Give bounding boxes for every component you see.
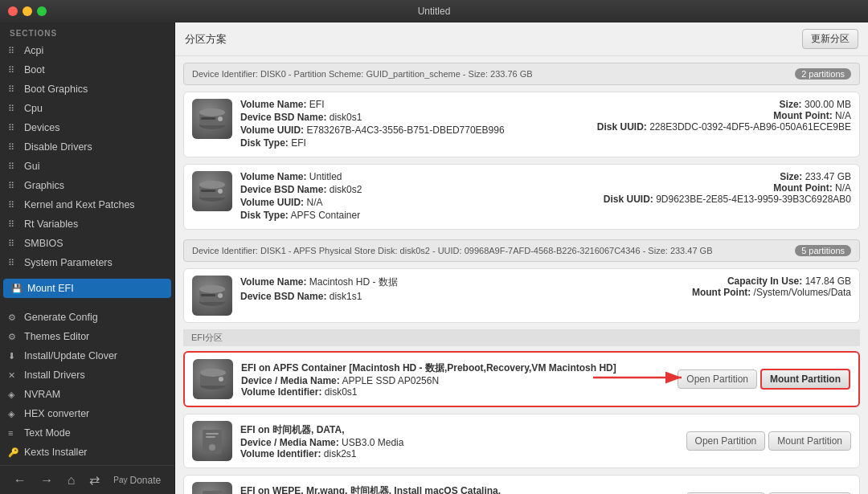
sections-label: SECTIONS [0, 22, 174, 41]
refresh-button[interactable]: 更新分区 [802, 29, 858, 49]
sidebar-bottom: ← → ⌂ ⇄ Pay Donate [0, 465, 174, 494]
svg-point-12 [199, 285, 225, 293]
volume-macintosh-hd: Volume Name: Macintosh HD - 数据 Device BS… [183, 268, 860, 323]
sidebar-item-graphics[interactable]: ⠿ Graphics [0, 176, 174, 195]
sidebar-item-smbios[interactable]: ⠿ SMBIOS [0, 234, 174, 253]
sidebar-item-cpu[interactable]: ⠿ Cpu [0, 99, 174, 118]
sidebar-item-hex-converter[interactable]: ◈ HEX converter [0, 404, 174, 423]
disk-icon-efi [192, 99, 232, 139]
grid-icon: ⠿ [8, 123, 19, 133]
sidebar-item-mount-efi[interactable]: 💾 Mount EFI [3, 279, 171, 298]
disk0-header: Device Identifier: DISK0 - Partition Sch… [183, 63, 860, 85]
sidebar-item-text-mode[interactable]: ≡ Text Mode [0, 423, 174, 443]
efi-title-2: EFI on WEPE, Mr.wang, 时间机器, Install macO… [240, 484, 678, 495]
content-title: 分区方案 [185, 32, 227, 47]
efi-section-label: EFI分区 [183, 329, 860, 346]
sidebar-item-devices[interactable]: ⠿ Devices [0, 118, 174, 137]
svg-rect-9 [201, 190, 215, 192]
sidebar-item-generate-config[interactable]: ⚙ Generate Config [0, 308, 174, 327]
key-icon: 🔑 [8, 447, 19, 458]
grid-icon: ⠿ [8, 200, 19, 210]
efi-disk-icon-1 [192, 421, 232, 461]
disk0-badge: 2 partitions [795, 68, 851, 80]
sidebar-item-kernel-kext[interactable]: ⠿ Kernel and Kext Patches [0, 195, 174, 214]
sidebar-item-boot[interactable]: ⠿ Boot [0, 60, 174, 80]
volume-untitled: Volume Name: Untitled Device BSD Name: d… [183, 164, 860, 230]
svg-point-8 [218, 189, 223, 194]
sidebar-item-kexts-installer[interactable]: 🔑 Kexts Installer [0, 443, 174, 462]
efi-disk-icon-0 [193, 359, 233, 399]
svg-rect-25 [203, 491, 222, 494]
volume-efi-info: Volume Name: EFI Device BSD Name: disk0s… [240, 99, 589, 150]
volume-mac-right: Capacity In Use: 147.84 GB Mount Point: … [692, 276, 851, 298]
disk0-info: Device Identifier: DISK0 - Partition Sch… [192, 69, 533, 79]
open-partition-button-1[interactable]: Open Partition [686, 431, 766, 451]
svg-point-17 [200, 369, 226, 377]
disk-icon: 💾 [11, 284, 23, 294]
minimize-button[interactable] [23, 6, 32, 16]
efi-info-2: EFI on WEPE, Mr.wang, 时间机器, Install macO… [240, 484, 678, 495]
volume-untitled-right: Size: 233.47 GB Mount Point: N/A Disk UU… [604, 171, 851, 205]
volume-mac-info: Volume Name: Macintosh HD - 数据 Device BS… [240, 276, 684, 304]
sidebar-item-boot-graphics[interactable]: ⠿ Boot Graphics [0, 80, 174, 99]
sidebar-item-disable-drivers[interactable]: ⠿ Disable Drivers [0, 137, 174, 157]
disk1-info: Device Identifier: DISK1 - APFS Physical… [192, 246, 712, 255]
svg-point-3 [218, 116, 223, 121]
donate-button[interactable]: Pay Donate [113, 475, 161, 486]
mount-partition-button-1[interactable]: Mount Partition [768, 431, 851, 451]
hex-icon: ◈ [8, 409, 19, 419]
titlebar: Untitled [0, 0, 868, 22]
grid-icon: ⠿ [8, 46, 19, 56]
mount-partition-button-0[interactable]: Mount Partition [760, 369, 850, 390]
svg-point-2 [199, 108, 225, 116]
sidebar: SECTIONS ⠿ Acpi ⠿ Boot ⠿ Boot Graphics ⠿… [0, 22, 175, 494]
volume-untitled-info: Volume Name: Untitled Device BSD Name: d… [240, 171, 596, 223]
download-icon: ⬇ [8, 351, 19, 361]
svg-rect-23 [206, 436, 215, 438]
efi-partition-0: EFI on APFS Container [Macintosh HD - 数据… [183, 351, 860, 407]
grid-icon: ⠿ [8, 181, 19, 191]
back-icon[interactable]: ← [14, 473, 27, 488]
disk-icon-untitled [192, 171, 232, 211]
share-icon[interactable]: ⇄ [89, 472, 100, 488]
efi-title-1: EFI on 时间机器, DATA, [240, 423, 678, 437]
disk-icon-mac [192, 276, 232, 316]
sidebar-item-themes-editor[interactable]: ⚙ Themes Editor [0, 327, 174, 346]
forward-icon[interactable]: → [40, 473, 53, 488]
sidebar-item-system-parameters[interactable]: ⠿ System Parameters [0, 253, 174, 272]
sidebar-item-install-drivers[interactable]: ✕ Install Drivers [0, 365, 174, 385]
gear-icon: ⚙ [8, 332, 19, 342]
efi-partition-2: EFI on WEPE, Mr.wang, 时间机器, Install macO… [183, 475, 860, 494]
sidebar-item-install-clover[interactable]: ⬇ Install/Update Clover [0, 346, 174, 365]
efi-disk-icon-2 [192, 482, 232, 494]
grid-icon: ⠿ [8, 65, 19, 76]
window-controls [8, 6, 47, 16]
grid-icon: ⠿ [8, 142, 19, 153]
svg-rect-22 [206, 433, 219, 435]
home-icon[interactable]: ⌂ [68, 473, 76, 488]
efi-actions-1: Open Partition Mount Partition [686, 431, 851, 451]
svg-point-18 [219, 377, 223, 382]
disk1-header: Device Identifier: DISK1 - APFS Physical… [183, 239, 860, 262]
sidebar-item-gui[interactable]: ⠿ Gui [0, 157, 174, 176]
grid-icon: ⠿ [8, 84, 19, 95]
text-icon: ≡ [8, 428, 19, 438]
maximize-button[interactable] [37, 6, 47, 16]
content-header: 分区方案 更新分区 [175, 22, 868, 56]
grid-icon: ⠿ [8, 239, 19, 249]
grid-icon: ⠿ [8, 219, 19, 230]
main-layout: SECTIONS ⠿ Acpi ⠿ Boot ⠿ Boot Graphics ⠿… [0, 22, 868, 494]
content-area: 分区方案 更新分区 Device Identifier: DISK0 - Par… [175, 22, 868, 494]
grid-icon: ⠿ [8, 104, 19, 114]
sidebar-item-rt-variables[interactable]: ⠿ Rt Variables [0, 214, 174, 234]
sidebar-item-nvram[interactable]: ◈ NVRAM [0, 385, 174, 404]
sidebar-item-acpi[interactable]: ⠿ Acpi [0, 41, 174, 60]
svg-point-24 [209, 444, 215, 451]
sidebar-secondary: ⚙ Generate Config ⚙ Themes Editor ⬇ Inst… [0, 304, 174, 465]
pay-icon: Pay [113, 476, 127, 484]
efi-actions-0: Open Partition Mount Partition [678, 369, 850, 390]
close-button[interactable] [8, 6, 18, 16]
efi-partition-1: EFI on 时间机器, DATA, Device / Media Name: … [183, 414, 860, 468]
close-icon: ✕ [8, 370, 19, 381]
open-partition-button-0[interactable]: Open Partition [678, 369, 757, 389]
